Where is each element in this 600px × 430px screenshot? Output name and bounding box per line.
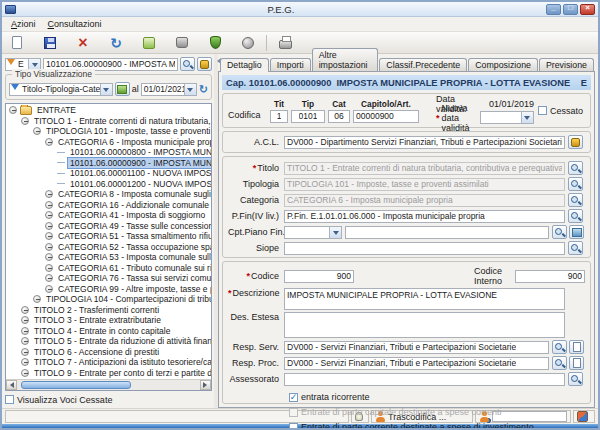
tree-toggle-icon[interactable] [33,127,41,135]
tree-toggle-icon[interactable] [21,306,29,314]
search-button[interactable] [180,57,195,71]
tip-field[interactable]: 0101 [291,110,325,123]
tree-toggle-icon[interactable] [9,106,17,114]
resp-serv-detail-button[interactable] [569,340,584,354]
resp-proc-lookup-button[interactable] [552,356,567,370]
tree-toggle-icon[interactable] [45,211,53,219]
tree-item[interactable]: ENTRATE [6,105,211,116]
tree-item[interactable]: 10101.06.00001200 - NUOVA IMPOSTA MUNICI… [6,179,211,190]
cpt-link-button[interactable] [569,225,584,239]
tree-toggle-icon[interactable] [45,222,53,230]
tree-item[interactable]: CATEGORIA 16 - Addizionale comunale IRPE… [6,200,211,211]
tipologia-lookup-button[interactable] [568,177,583,191]
minimize-button[interactable]: _ [546,4,561,15]
tree-item[interactable]: CATEGORIA 6 - Imposta municipale propria [6,137,211,148]
tab-dettaglio[interactable]: Dettaglio [220,58,269,72]
tree-toggle-icon[interactable] [45,285,53,293]
tree-item[interactable]: CATEGORIA 53 - Imposta comunale sulla pu… [6,252,211,263]
shield-button[interactable] [204,33,226,53]
scroll-left-arrow[interactable] [6,380,17,390]
capitolo-art-field[interactable]: 00000900 [353,110,419,123]
chevron-down-icon[interactable] [184,84,196,95]
new-document-button[interactable] [6,33,28,53]
tree-item[interactable]: TIPOLOGIA 101 - Imposte, tasse e provent… [6,126,211,137]
save-button[interactable] [39,33,61,53]
codice-field[interactable]: 900 [284,270,354,283]
resp-serv-field[interactable]: DV000 - Servizi Finanziari, Tributi e Pa… [284,341,549,354]
pfin-field[interactable]: P.Fin. E.1.01.01.06.000 - Imposta munici… [284,210,565,223]
refresh-tree-icon[interactable]: ↻ [199,84,208,95]
refresh-button[interactable] [105,33,127,53]
titolo-lookup-button[interactable] [568,161,583,175]
tree-toggle-icon[interactable] [21,348,29,356]
tree-toggle-icon[interactable] [45,264,53,272]
tree-item[interactable]: TITOLO 3 - Entrate extratributarie [6,315,211,326]
tree-item[interactable]: CATEGORIA 8 - Imposta comunale sugli imm… [6,189,211,200]
tree-toggle-icon[interactable] [45,253,53,261]
tree-item[interactable]: 10101.06.00001100 - NUOVA IMPOSTA MUNICI… [6,168,211,179]
chevron-down-icon[interactable] [100,84,112,95]
resp-serv-lookup-button[interactable] [552,340,567,354]
tree-item[interactable]: CATEGORIA 61 - Tributo comunale sui rifi… [6,263,211,274]
codice-interno-field[interactable]: 900 [515,270,585,283]
view-mode-select[interactable]: Titolo-Tipologia-Categoria [9,83,113,96]
cpt-lookup-button[interactable] [552,225,567,239]
tree-toggle-icon[interactable] [33,295,41,303]
tree-item[interactable]: TITOLO 2 - Trasferimenti correnti [6,305,211,316]
export-button[interactable] [138,33,160,53]
visualizza-voci-cessate-checkbox[interactable] [5,395,14,404]
tree-toggle-icon[interactable] [21,327,29,335]
tree-item[interactable]: CATEGORIA 76 - Tassa sui servizi comunal… [6,273,211,284]
tree-item[interactable]: CATEGORIA 49 - Tasse sulle concessioni c… [6,221,211,232]
tree-toggle-icon[interactable] [45,138,53,146]
tree-toggle-icon[interactable] [21,358,29,366]
tree-item[interactable]: TITOLO 9 - Entrate per conto di terzi e … [6,368,211,379]
tree-item[interactable]: TIPOLOGIA 104 - Compartecipazioni di tri… [6,294,211,305]
parte-corrente-checkbox[interactable] [289,423,298,430]
cpt-piano-fin-field[interactable] [345,226,549,239]
chevron-down-icon[interactable] [521,112,533,123]
categoria-lookup-button[interactable] [568,193,583,207]
snapshot-button[interactable] [237,33,259,53]
tree-item[interactable]: TITOLO 4 - Entrate in conto capitale [6,326,211,337]
tree-toggle-icon[interactable] [21,369,29,377]
scrollbar-track[interactable] [17,380,200,390]
assessorato-lookup-button[interactable] [568,372,583,386]
siope-lookup-button[interactable] [568,241,583,255]
tree-item[interactable]: CATEGORIA 99 - Altre imposte, tasse e pr… [6,284,211,295]
menu-consultazioni[interactable]: Consultazioni [43,18,107,30]
stamp-button[interactable] [171,33,193,53]
tree-toggle-icon[interactable] [45,232,53,240]
snapshot-view-button[interactable] [115,82,130,96]
cat-field[interactable]: 06 [328,110,350,123]
pfin-lookup-button[interactable] [568,209,583,223]
printer-button[interactable] [274,33,296,53]
tree-item[interactable]: CATEGORIA 52 - Tassa occupazione spazi e… [6,242,211,253]
tree-toggle-icon[interactable] [45,201,53,209]
tree-item[interactable]: TITOLO 6 - Accensione di prestiti [6,347,211,358]
des-estesa-textarea[interactable] [284,312,565,338]
tit-field[interactable]: 1 [270,110,288,123]
tab-altre-impostazioni[interactable]: Altre impostazioni [312,48,379,71]
tab-previsione[interactable]: Previsione [539,58,594,71]
maximize-button[interactable]: □ [563,4,578,15]
tree-toggle-icon[interactable] [21,117,29,125]
descrizione-textarea[interactable]: IMPOSTA MUNICIPALE PROPRIA - LOTTA EVASI… [284,288,565,310]
tree-item[interactable]: TITOLO 1 - Entrate correnti di natura tr… [6,116,211,127]
chevron-down-icon[interactable] [28,59,40,70]
reference-date-select[interactable]: 01/01/2021 [141,83,197,96]
entrata-ricorrente-checkbox[interactable]: ✓ [289,393,298,402]
siope-field[interactable] [284,242,565,255]
assessorato-field[interactable] [284,373,565,386]
tree-item[interactable]: TITOLO 7 - Anticipazioni da istituto tes… [6,357,211,368]
tree-horizontal-scrollbar[interactable] [6,379,211,390]
tree-item[interactable]: 10101.06.00000900 - IMPOSTA MUNICIPALE P… [6,158,211,169]
tree-toggle-icon[interactable] [45,243,53,251]
delete-button[interactable] [72,33,94,53]
open-capitolo-button[interactable] [197,57,212,71]
tree-item[interactable]: CATEGORIA 51 - Tassa smaltimento rifiuti… [6,231,211,242]
tree-item[interactable]: CATEGORIA 41 - Imposta di soggiorno [6,210,211,221]
cpt-piano-fin-select[interactable] [284,226,342,239]
acl-field[interactable]: DV000 - Dipartimento Servizi Finanziari,… [284,136,565,149]
close-button[interactable]: × [580,4,595,15]
